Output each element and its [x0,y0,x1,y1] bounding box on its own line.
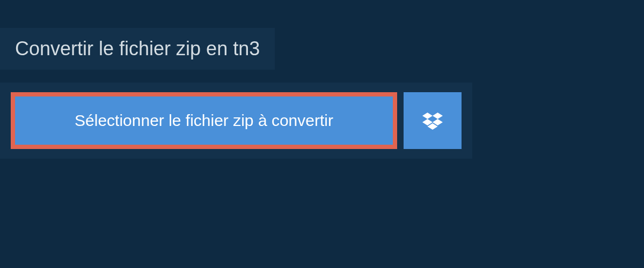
upload-panel: Sélectionner le fichier zip à convertir [0,83,472,159]
dropbox-button[interactable] [404,92,462,149]
highlight-frame: Sélectionner le fichier zip à convertir [11,92,397,149]
page-title: Convertir le fichier zip en tn3 [15,38,260,60]
dropbox-icon [422,110,443,131]
header-bar: Convertir le fichier zip en tn3 [0,28,275,70]
select-file-button[interactable]: Sélectionner le fichier zip à convertir [15,96,393,145]
